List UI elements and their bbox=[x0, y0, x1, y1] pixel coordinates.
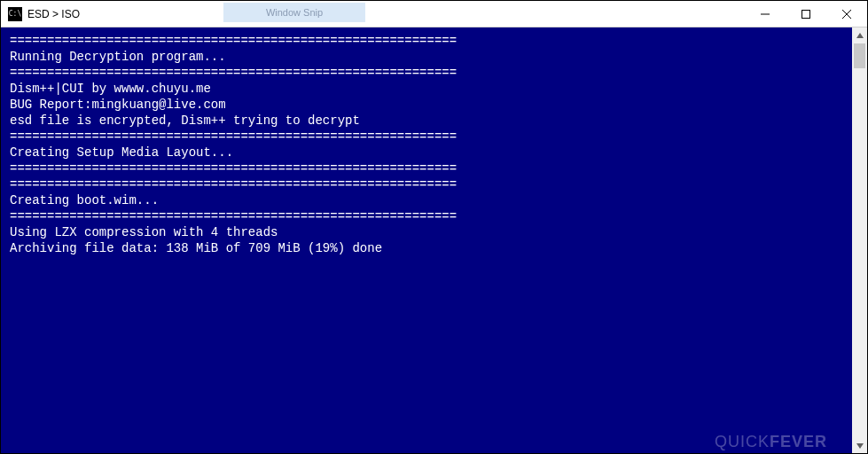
terminal-line: Archiving file data: 138 MiB of 709 MiB … bbox=[10, 240, 852, 256]
watermark-part2: FEVER bbox=[770, 433, 827, 450]
watermark-part1: QUICK bbox=[715, 433, 770, 450]
terminal-container: ========================================… bbox=[1, 27, 867, 453]
terminal-line: ========================================… bbox=[10, 33, 852, 49]
terminal-line: Creating boot.wim... bbox=[10, 192, 852, 208]
cmd-icon: C:\ bbox=[8, 7, 22, 21]
window-title: ESD > ISO bbox=[27, 8, 80, 20]
titlebar: C:\ ESD > ISO Window Snip bbox=[1, 1, 867, 27]
terminal-line: Running Decryption program... bbox=[10, 49, 852, 65]
terminal-line: ========================================… bbox=[10, 65, 852, 81]
vertical-scrollbar[interactable] bbox=[852, 27, 867, 453]
terminal-line: esd file is encrypted, Dism++ trying to … bbox=[10, 113, 852, 129]
ghost-snip-label: Window Snip bbox=[223, 3, 365, 22]
minimize-button[interactable] bbox=[745, 1, 786, 27]
svg-marker-5 bbox=[856, 443, 864, 449]
terminal-line: ========================================… bbox=[10, 176, 852, 192]
terminal-line: ========================================… bbox=[10, 160, 852, 176]
svg-rect-1 bbox=[802, 10, 810, 18]
terminal-line: ========================================… bbox=[10, 129, 852, 145]
scroll-down-arrow-icon[interactable] bbox=[852, 438, 867, 453]
scroll-thumb[interactable] bbox=[854, 43, 865, 68]
terminal-line: Using LZX compression with 4 threads bbox=[10, 224, 852, 240]
close-button[interactable] bbox=[826, 1, 867, 27]
terminal-line: BUG Report:mingkuang@live.com bbox=[10, 97, 852, 113]
terminal-output: ========================================… bbox=[1, 27, 852, 453]
terminal-line: Creating Setup Media Layout... bbox=[10, 145, 852, 160]
terminal-line: ========================================… bbox=[10, 208, 852, 224]
terminal-line: Dism++|CUI by wwww.chuyu.me bbox=[10, 81, 852, 97]
watermark: QUICKFEVER bbox=[715, 434, 827, 450]
maximize-button[interactable] bbox=[786, 1, 826, 27]
scroll-up-arrow-icon[interactable] bbox=[852, 27, 867, 43]
svg-marker-4 bbox=[856, 33, 864, 38]
window-controls bbox=[745, 1, 867, 27]
